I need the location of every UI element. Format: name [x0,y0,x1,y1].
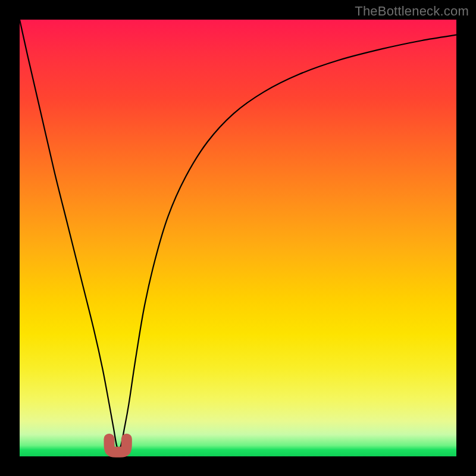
bottleneck-curve [20,20,456,449]
chart-frame: TheBottleneck.com [0,0,476,476]
u-marker [109,439,126,452]
watermark-text: TheBottleneck.com [355,4,469,19]
bottleneck-curve-svg [20,20,456,456]
plot-area [20,20,456,456]
